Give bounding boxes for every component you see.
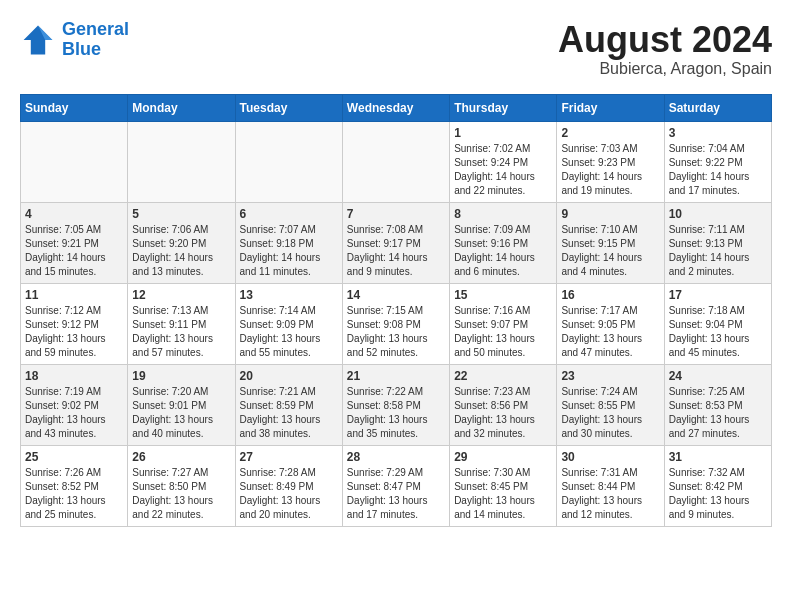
calendar-cell: 17Sunrise: 7:18 AM Sunset: 9:04 PM Dayli… [664,283,771,364]
day-info: Sunrise: 7:04 AM Sunset: 9:22 PM Dayligh… [669,142,767,198]
day-info: Sunrise: 7:10 AM Sunset: 9:15 PM Dayligh… [561,223,659,279]
calendar-cell: 15Sunrise: 7:16 AM Sunset: 9:07 PM Dayli… [450,283,557,364]
day-number: 11 [25,288,123,302]
day-number: 28 [347,450,445,464]
day-header-sunday: Sunday [21,94,128,121]
day-number: 5 [132,207,230,221]
calendar-cell: 3Sunrise: 7:04 AM Sunset: 9:22 PM Daylig… [664,121,771,202]
calendar-cell: 8Sunrise: 7:09 AM Sunset: 9:16 PM Daylig… [450,202,557,283]
day-header-wednesday: Wednesday [342,94,449,121]
day-info: Sunrise: 7:06 AM Sunset: 9:20 PM Dayligh… [132,223,230,279]
calendar-cell: 14Sunrise: 7:15 AM Sunset: 9:08 PM Dayli… [342,283,449,364]
day-number: 9 [561,207,659,221]
day-info: Sunrise: 7:19 AM Sunset: 9:02 PM Dayligh… [25,385,123,441]
location: Bubierca, Aragon, Spain [558,60,772,78]
day-number: 25 [25,450,123,464]
week-row-3: 11Sunrise: 7:12 AM Sunset: 9:12 PM Dayli… [21,283,772,364]
day-number: 13 [240,288,338,302]
day-number: 19 [132,369,230,383]
calendar-cell [235,121,342,202]
calendar-cell: 10Sunrise: 7:11 AM Sunset: 9:13 PM Dayli… [664,202,771,283]
day-info: Sunrise: 7:31 AM Sunset: 8:44 PM Dayligh… [561,466,659,522]
calendar-cell: 12Sunrise: 7:13 AM Sunset: 9:11 PM Dayli… [128,283,235,364]
day-number: 7 [347,207,445,221]
calendar-cell: 27Sunrise: 7:28 AM Sunset: 8:49 PM Dayli… [235,445,342,526]
calendar-cell: 6Sunrise: 7:07 AM Sunset: 9:18 PM Daylig… [235,202,342,283]
day-number: 3 [669,126,767,140]
day-number: 31 [669,450,767,464]
calendar-cell: 18Sunrise: 7:19 AM Sunset: 9:02 PM Dayli… [21,364,128,445]
day-info: Sunrise: 7:21 AM Sunset: 8:59 PM Dayligh… [240,385,338,441]
day-number: 26 [132,450,230,464]
day-info: Sunrise: 7:23 AM Sunset: 8:56 PM Dayligh… [454,385,552,441]
day-number: 30 [561,450,659,464]
calendar-cell: 7Sunrise: 7:08 AM Sunset: 9:17 PM Daylig… [342,202,449,283]
day-number: 18 [25,369,123,383]
day-number: 6 [240,207,338,221]
calendar-cell [21,121,128,202]
day-info: Sunrise: 7:24 AM Sunset: 8:55 PM Dayligh… [561,385,659,441]
day-header-tuesday: Tuesday [235,94,342,121]
calendar-cell: 9Sunrise: 7:10 AM Sunset: 9:15 PM Daylig… [557,202,664,283]
day-header-monday: Monday [128,94,235,121]
calendar-cell: 19Sunrise: 7:20 AM Sunset: 9:01 PM Dayli… [128,364,235,445]
calendar-cell: 28Sunrise: 7:29 AM Sunset: 8:47 PM Dayli… [342,445,449,526]
day-info: Sunrise: 7:03 AM Sunset: 9:23 PM Dayligh… [561,142,659,198]
day-number: 10 [669,207,767,221]
day-info: Sunrise: 7:25 AM Sunset: 8:53 PM Dayligh… [669,385,767,441]
day-header-thursday: Thursday [450,94,557,121]
day-header-saturday: Saturday [664,94,771,121]
day-info: Sunrise: 7:18 AM Sunset: 9:04 PM Dayligh… [669,304,767,360]
day-number: 24 [669,369,767,383]
day-info: Sunrise: 7:17 AM Sunset: 9:05 PM Dayligh… [561,304,659,360]
calendar-cell: 30Sunrise: 7:31 AM Sunset: 8:44 PM Dayli… [557,445,664,526]
day-number: 22 [454,369,552,383]
page-header: General Blue August 2024 Bubierca, Arago… [20,20,772,78]
day-number: 4 [25,207,123,221]
day-info: Sunrise: 7:27 AM Sunset: 8:50 PM Dayligh… [132,466,230,522]
day-info: Sunrise: 7:09 AM Sunset: 9:16 PM Dayligh… [454,223,552,279]
week-row-5: 25Sunrise: 7:26 AM Sunset: 8:52 PM Dayli… [21,445,772,526]
day-number: 29 [454,450,552,464]
day-info: Sunrise: 7:30 AM Sunset: 8:45 PM Dayligh… [454,466,552,522]
day-info: Sunrise: 7:16 AM Sunset: 9:07 PM Dayligh… [454,304,552,360]
day-info: Sunrise: 7:22 AM Sunset: 8:58 PM Dayligh… [347,385,445,441]
day-info: Sunrise: 7:12 AM Sunset: 9:12 PM Dayligh… [25,304,123,360]
day-info: Sunrise: 7:32 AM Sunset: 8:42 PM Dayligh… [669,466,767,522]
calendar-header: SundayMondayTuesdayWednesdayThursdayFrid… [21,94,772,121]
week-row-2: 4Sunrise: 7:05 AM Sunset: 9:21 PM Daylig… [21,202,772,283]
day-number: 12 [132,288,230,302]
day-number: 16 [561,288,659,302]
day-info: Sunrise: 7:26 AM Sunset: 8:52 PM Dayligh… [25,466,123,522]
day-info: Sunrise: 7:11 AM Sunset: 9:13 PM Dayligh… [669,223,767,279]
calendar-cell: 2Sunrise: 7:03 AM Sunset: 9:23 PM Daylig… [557,121,664,202]
day-number: 17 [669,288,767,302]
day-number: 1 [454,126,552,140]
day-number: 14 [347,288,445,302]
days-header-row: SundayMondayTuesdayWednesdayThursdayFrid… [21,94,772,121]
logo-text: General Blue [62,20,129,60]
calendar-cell: 21Sunrise: 7:22 AM Sunset: 8:58 PM Dayli… [342,364,449,445]
calendar-cell: 1Sunrise: 7:02 AM Sunset: 9:24 PM Daylig… [450,121,557,202]
calendar-cell [128,121,235,202]
day-number: 2 [561,126,659,140]
day-info: Sunrise: 7:15 AM Sunset: 9:08 PM Dayligh… [347,304,445,360]
logo-line1: General [62,19,129,39]
week-row-4: 18Sunrise: 7:19 AM Sunset: 9:02 PM Dayli… [21,364,772,445]
calendar-cell: 20Sunrise: 7:21 AM Sunset: 8:59 PM Dayli… [235,364,342,445]
day-info: Sunrise: 7:28 AM Sunset: 8:49 PM Dayligh… [240,466,338,522]
calendar-table: SundayMondayTuesdayWednesdayThursdayFrid… [20,94,772,527]
day-info: Sunrise: 7:02 AM Sunset: 9:24 PM Dayligh… [454,142,552,198]
day-header-friday: Friday [557,94,664,121]
day-info: Sunrise: 7:14 AM Sunset: 9:09 PM Dayligh… [240,304,338,360]
day-info: Sunrise: 7:07 AM Sunset: 9:18 PM Dayligh… [240,223,338,279]
calendar-cell: 26Sunrise: 7:27 AM Sunset: 8:50 PM Dayli… [128,445,235,526]
week-row-1: 1Sunrise: 7:02 AM Sunset: 9:24 PM Daylig… [21,121,772,202]
calendar-cell: 13Sunrise: 7:14 AM Sunset: 9:09 PM Dayli… [235,283,342,364]
day-info: Sunrise: 7:29 AM Sunset: 8:47 PM Dayligh… [347,466,445,522]
logo-line2: Blue [62,39,101,59]
day-number: 27 [240,450,338,464]
day-info: Sunrise: 7:13 AM Sunset: 9:11 PM Dayligh… [132,304,230,360]
day-info: Sunrise: 7:08 AM Sunset: 9:17 PM Dayligh… [347,223,445,279]
calendar-cell: 5Sunrise: 7:06 AM Sunset: 9:20 PM Daylig… [128,202,235,283]
